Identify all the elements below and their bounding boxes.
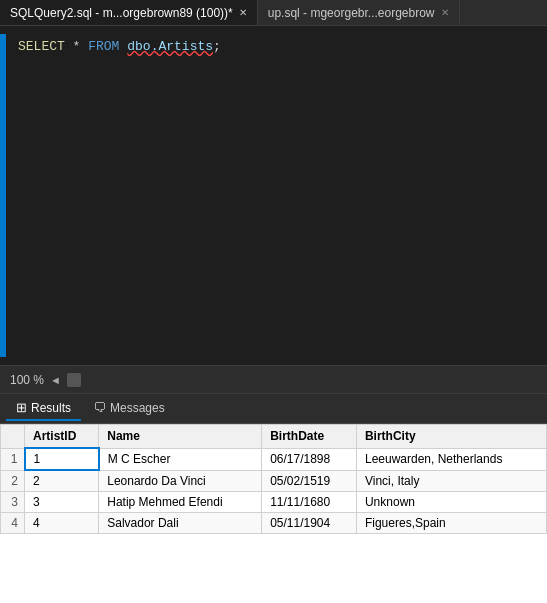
cell-birthdate[interactable]: 06/17/1898	[262, 448, 357, 470]
status-bar: 100 % ◄	[0, 366, 547, 394]
close-icon[interactable]: ✕	[441, 7, 449, 18]
results-container: ArtistID Name BirthDate BirthCity 11M C …	[0, 424, 547, 603]
close-icon[interactable]: ✕	[239, 7, 247, 18]
grid-icon: ⊞	[16, 400, 27, 415]
table-ref: dbo.Artists	[127, 39, 213, 54]
table-row[interactable]: 44Salvador Dali05/11/1904Figueres,Spain	[1, 513, 547, 534]
code-space2	[119, 39, 127, 54]
editor-content[interactable]: SELECT * FROM dbo.Artists ;	[6, 34, 547, 357]
table-row[interactable]: 22Leonardo Da Vinci05/02/1519Vinci, Ital…	[1, 470, 547, 492]
semicolon: ;	[213, 39, 221, 54]
row-number: 3	[1, 492, 25, 513]
zoom-level: 100 %	[10, 373, 44, 387]
table-row[interactable]: 33Hatip Mehmed Efendi11/11/1680Unknown	[1, 492, 547, 513]
tab-messages[interactable]: 🗨 Messages	[83, 396, 175, 421]
keyword-from: FROM	[88, 39, 119, 54]
cell-artistid[interactable]: 4	[25, 513, 99, 534]
cell-birthdate[interactable]: 05/11/1904	[262, 513, 357, 534]
table-header-row: ArtistID Name BirthDate BirthCity	[1, 425, 547, 449]
editor-area[interactable]: SELECT * FROM dbo.Artists ;	[0, 26, 547, 366]
col-name[interactable]: Name	[99, 425, 262, 449]
table-row[interactable]: 11M C Escher06/17/1898Leeuwarden, Nether…	[1, 448, 547, 470]
cell-name[interactable]: M C Escher	[99, 448, 262, 470]
results-table: ArtistID Name BirthDate BirthCity 11M C …	[0, 424, 547, 534]
tab-up[interactable]: up.sql - mgeorgebr...eorgebrow ✕	[258, 0, 460, 25]
cell-birthdate[interactable]: 11/11/1680	[262, 492, 357, 513]
zoom-slider[interactable]	[67, 373, 81, 387]
results-tabs: ⊞ Results 🗨 Messages	[0, 394, 547, 424]
row-number: 2	[1, 470, 25, 492]
tab-label: SQLQuery2.sql - m...orgebrown89 (100))*	[10, 6, 233, 20]
code-line: SELECT * FROM dbo.Artists ;	[18, 36, 535, 56]
row-number: 4	[1, 513, 25, 534]
tab-sqlquery2[interactable]: SQLQuery2.sql - m...orgebrown89 (100))* …	[0, 0, 258, 25]
cell-artistid[interactable]: 3	[25, 492, 99, 513]
cell-birthcity[interactable]: Vinci, Italy	[356, 470, 546, 492]
col-birthcity[interactable]: BirthCity	[356, 425, 546, 449]
results-tab-label: Results	[31, 401, 71, 415]
zoom-arrow[interactable]: ◄	[50, 374, 61, 386]
cell-name[interactable]: Salvador Dali	[99, 513, 262, 534]
message-icon: 🗨	[93, 400, 106, 415]
grid-area[interactable]: ArtistID Name BirthDate BirthCity 11M C …	[0, 424, 547, 603]
tab-bar: SQLQuery2.sql - m...orgebrown89 (100))* …	[0, 0, 547, 26]
tab-label: up.sql - mgeorgebr...eorgebrow	[268, 6, 435, 20]
code-space: *	[65, 39, 88, 54]
row-num-header	[1, 425, 25, 449]
cell-birthcity[interactable]: Figueres,Spain	[356, 513, 546, 534]
row-number: 1	[1, 448, 25, 470]
cell-name[interactable]: Hatip Mehmed Efendi	[99, 492, 262, 513]
messages-tab-label: Messages	[110, 401, 165, 415]
cell-artistid[interactable]: 2	[25, 470, 99, 492]
col-birthdate[interactable]: BirthDate	[262, 425, 357, 449]
cell-birthcity[interactable]: Unknown	[356, 492, 546, 513]
cell-birthdate[interactable]: 05/02/1519	[262, 470, 357, 492]
cell-name[interactable]: Leonardo Da Vinci	[99, 470, 262, 492]
keyword-select: SELECT	[18, 39, 65, 54]
col-artistid[interactable]: ArtistID	[25, 425, 99, 449]
tab-results[interactable]: ⊞ Results	[6, 396, 81, 421]
cell-birthcity[interactable]: Leeuwarden, Netherlands	[356, 448, 546, 470]
cell-artistid[interactable]: 1	[25, 448, 99, 470]
